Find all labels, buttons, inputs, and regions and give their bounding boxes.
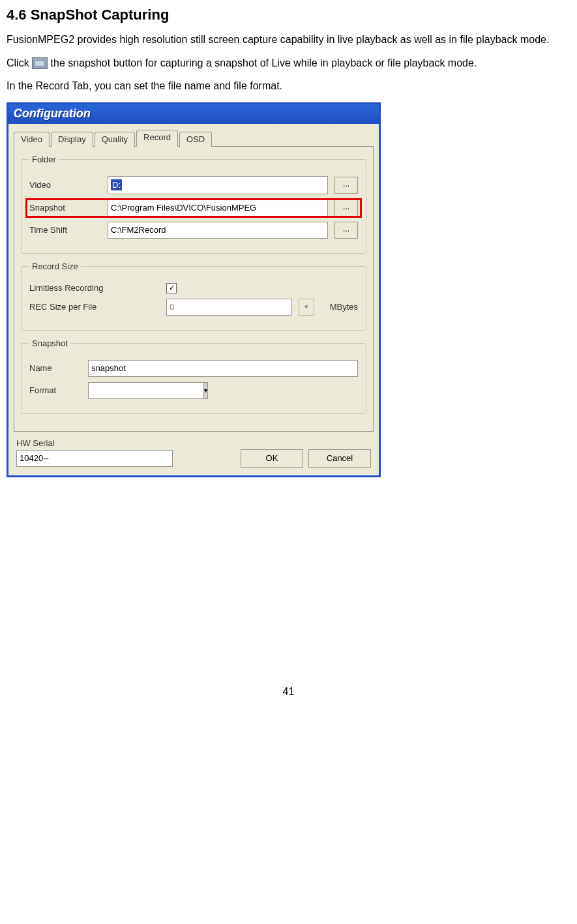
folder-snapshot-browse[interactable]: ... [334, 200, 358, 216]
hw-serial-label: HW Serial [16, 438, 371, 448]
dialog-titlebar: Configuration [8, 104, 379, 124]
snapshot-format-label: Format [29, 385, 81, 395]
snapshot-format-row: Format ▾ [29, 382, 358, 399]
folder-video-label: Video [29, 180, 101, 190]
folder-timeshift-row: Time Shift ... [29, 222, 358, 239]
recsize-label: REC Size per File [29, 302, 160, 312]
snapshot-name-label: Name [29, 363, 81, 373]
tab-osd[interactable]: OSD [179, 132, 212, 147]
dialog-tabs: Video Display Quality Record OSD [14, 129, 374, 146]
section-heading: 4.6 SnapShot Capturing [7, 7, 570, 23]
folder-timeshift-label: Time Shift [29, 225, 101, 235]
paragraph-1: FusionMPEG2 provides high resolution sti… [7, 33, 570, 47]
recsize-unit: MBytes [330, 302, 358, 312]
snapshot-format-value[interactable] [88, 382, 204, 399]
tab-display[interactable]: Display [51, 132, 93, 147]
recsize-row: REC Size per File ▾ MBytes [29, 299, 358, 316]
configuration-dialog: Configuration Video Display Quality Reco… [7, 102, 381, 477]
dialog-title: Configuration [14, 107, 91, 121]
hw-serial-input[interactable] [16, 450, 173, 467]
tab-quality[interactable]: Quality [95, 132, 135, 147]
dialog-bottom-row: OK Cancel [16, 449, 371, 468]
snapshot-name-input[interactable] [88, 360, 358, 377]
snapshot-button-icon [32, 57, 48, 69]
cancel-button[interactable]: Cancel [308, 449, 371, 468]
folder-video-value: D: [111, 179, 122, 190]
paragraph-3: In the Record Tab, you can set the file … [7, 79, 570, 93]
recsize-dropdown-icon: ▾ [299, 299, 314, 316]
paragraph-2: Click the snapshot button for capturing … [7, 56, 570, 70]
limitless-checkbox[interactable]: ✓ [166, 283, 177, 293]
tab-panel-record: Folder Video D: ... // we'll let the gen… [14, 146, 374, 432]
folder-timeshift-browse[interactable]: ... [334, 222, 358, 239]
para2-part-b: the snapshot button for capturing a snap… [51, 57, 477, 68]
snapshot-legend: Snapshot [29, 338, 70, 348]
page-number: 41 [7, 686, 570, 698]
snapshot-fieldset: Snapshot Name Format ▾ [21, 338, 366, 414]
limitless-label: Limitless Recording [29, 283, 160, 293]
ok-button[interactable]: OK [241, 449, 303, 468]
snapshot-format-combo[interactable]: ▾ [88, 382, 192, 399]
tab-video[interactable]: Video [14, 132, 50, 147]
snapshot-name-row: Name [29, 360, 358, 377]
recsize-input [166, 299, 292, 316]
para2-part-a: Click [7, 57, 32, 68]
tab-record[interactable]: Record [136, 130, 178, 147]
folder-video-row: Video D: ... [29, 176, 358, 194]
limitless-row: Limitless Recording ✓ [29, 283, 358, 293]
folder-snapshot-label: Snapshot [29, 203, 101, 213]
recordsize-fieldset: Record Size Limitless Recording ✓ REC Si… [21, 261, 366, 331]
chevron-down-icon[interactable]: ▾ [204, 382, 208, 399]
folder-timeshift-input[interactable] [108, 222, 328, 239]
recordsize-legend: Record Size [29, 261, 81, 271]
folder-snapshot-input[interactable] [108, 200, 328, 216]
folder-snapshot-row: Snapshot ... [29, 200, 358, 216]
folder-legend: Folder [29, 155, 59, 164]
folder-video-browse[interactable]: ... [334, 177, 358, 194]
folder-fieldset: Folder Video D: ... // we'll let the gen… [21, 155, 366, 254]
